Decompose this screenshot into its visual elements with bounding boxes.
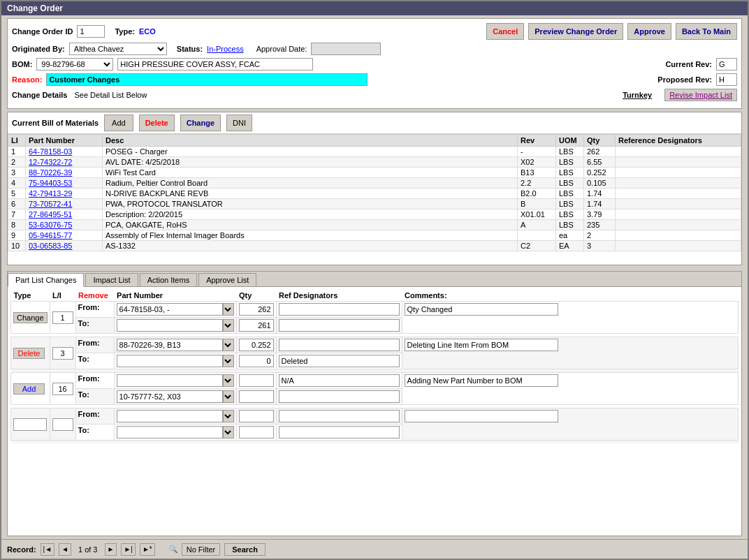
cell-ref	[616, 157, 741, 168]
ref-from-input-3[interactable]	[279, 410, 400, 422]
cell-uom: ea	[556, 230, 584, 241]
header-buttons: Cancel Preview Change Order Approve Back…	[486, 23, 737, 40]
cell-uom: LBS	[556, 209, 584, 220]
li-input-1[interactable]	[52, 347, 73, 360]
part-to-select-0[interactable]: ▼	[223, 319, 234, 332]
part-to-input-3[interactable]	[117, 426, 223, 439]
part-from-input-0[interactable]	[117, 303, 223, 316]
qty-to-input-1[interactable]	[239, 355, 274, 367]
ref-to-input-2[interactable]	[279, 390, 400, 403]
back-to-main-button[interactable]: Back To Main	[676, 23, 737, 40]
comment-input-1[interactable]	[405, 339, 558, 351]
part-from-select-2[interactable]: ▼	[223, 374, 234, 387]
cell-qty: 0.105	[584, 178, 616, 189]
bom-delete-button[interactable]: Delete	[139, 115, 175, 131]
nav-new-button[interactable]: ►*	[140, 543, 155, 556]
qty-to-input-3[interactable]	[239, 426, 274, 439]
bom-table-container[interactable]: LI Part Number Desc Rev UOM Qty Referenc…	[8, 134, 741, 265]
approval-date-input[interactable]	[311, 43, 381, 55]
bom-select[interactable]: 99-82796-68	[36, 58, 113, 71]
table-row: 10 03-06583-85 AS-1332 C2 EA 3	[8, 241, 741, 251]
pl-qty-from-cell	[236, 302, 276, 318]
bom-dni-button[interactable]: DNI	[226, 115, 252, 131]
nav-next-button[interactable]: ►	[105, 543, 117, 556]
qty-to-input-0[interactable]	[239, 319, 274, 332]
cell-qty: 0.252	[584, 168, 616, 178]
qty-to-input-2[interactable]	[239, 390, 274, 403]
tab-approve-list[interactable]: Approve List	[198, 273, 256, 286]
qty-from-input-2[interactable]	[239, 374, 274, 387]
part-from-input-3[interactable]	[117, 410, 223, 422]
tab-action-items[interactable]: Action Items	[140, 273, 198, 286]
li-input-0[interactable]	[52, 311, 73, 324]
qty-from-input-1[interactable]	[239, 339, 274, 351]
ref-from-input-1[interactable]	[279, 339, 400, 351]
comment-input-0[interactable]	[405, 303, 558, 316]
cell-uom: LBS	[556, 147, 584, 157]
change-details-value: See Detail List Below	[74, 91, 147, 99]
part-to-input-2[interactable]	[117, 390, 223, 403]
nav-last-button[interactable]: ►|	[121, 543, 136, 556]
current-rev-label: Current Rev:	[665, 60, 712, 68]
cell-uom: LBS	[556, 220, 584, 230]
approve-button[interactable]: Approve	[627, 23, 671, 40]
part-from-input-1[interactable]	[117, 339, 223, 351]
cell-ref	[616, 220, 741, 230]
ref-to-input-3[interactable]	[279, 426, 400, 439]
part-from-select-0[interactable]: ▼	[223, 303, 234, 316]
part-from-select-1[interactable]: ▼	[223, 339, 234, 351]
part-to-select-3[interactable]: ▼	[223, 426, 234, 439]
approval-date-label: Approval Date:	[256, 45, 307, 53]
window-title: Change Order	[7, 3, 63, 13]
nav-prev-button[interactable]: ◄	[59, 543, 71, 556]
pl-qty-from-cell	[236, 373, 276, 389]
ref-to-input-1[interactable]	[279, 355, 400, 367]
part-to-select-1[interactable]: ▼	[223, 355, 234, 367]
proposed-rev-label: Proposed Rev:	[657, 75, 712, 84]
qty-from-input-3[interactable]	[239, 410, 274, 422]
type-button-0[interactable]: Change	[13, 312, 48, 323]
part-to-input-1[interactable]	[117, 355, 223, 367]
cell-li: 1	[8, 147, 26, 157]
no-filter-button[interactable]: No Filter	[182, 543, 221, 556]
li-input-2[interactable]	[52, 383, 73, 395]
bottom-section: Part List Changes Impact List Action Ite…	[7, 271, 742, 536]
bom-add-button[interactable]: Add	[104, 115, 133, 131]
part-from-select-3[interactable]: ▼	[223, 410, 234, 422]
tab-part-list[interactable]: Part List Changes	[8, 273, 84, 287]
proposed-rev-input[interactable]	[716, 73, 737, 86]
comment-input-3[interactable]	[405, 410, 558, 422]
ref-to-input-0[interactable]	[279, 319, 400, 332]
reason-input[interactable]	[46, 73, 368, 86]
type-button-1[interactable]: Delete	[13, 348, 45, 359]
cancel-button[interactable]: Cancel	[486, 23, 524, 40]
ref-from-input-0[interactable]	[279, 303, 400, 316]
ref-from-input-2[interactable]	[279, 374, 400, 387]
nav-first-button[interactable]: |◄	[41, 543, 55, 556]
col-qty: Qty	[584, 135, 616, 147]
part-to-input-0[interactable]	[117, 319, 223, 332]
originated-by-select[interactable]: Althea Chavez	[69, 43, 167, 55]
cell-desc: Assembly of Flex Internal Imager Boards	[103, 230, 518, 241]
change-order-id-input[interactable]	[77, 25, 105, 38]
pl-col-li: L/I	[50, 290, 75, 302]
current-rev-input[interactable]	[716, 58, 737, 71]
comment-input-2[interactable]	[405, 374, 558, 387]
cell-rev: X02	[518, 157, 556, 168]
preview-button[interactable]: Preview Change Order	[528, 23, 623, 40]
table-row: 9 05-94615-77 Assembly of Flex Internal …	[8, 230, 741, 241]
bom-change-button[interactable]: Change	[180, 115, 221, 131]
type-input-3[interactable]	[13, 418, 47, 431]
revise-impact-button[interactable]: Revise Impact List	[664, 89, 737, 101]
bom-desc-input[interactable]	[117, 58, 313, 71]
table-row: 3 88-70226-39 WiFi Test Card B13 LBS 0.2…	[8, 168, 741, 178]
type-button-2[interactable]: Add	[13, 383, 45, 395]
part-to-select-2[interactable]: ▼	[223, 390, 234, 403]
tab-impact-list[interactable]: Impact List	[85, 273, 138, 286]
li-input-empty-3[interactable]	[52, 418, 73, 431]
part-from-input-2[interactable]	[117, 374, 223, 387]
qty-from-input-0[interactable]	[239, 303, 274, 316]
search-button[interactable]: Search	[224, 543, 266, 556]
cell-rev: B	[518, 199, 556, 209]
cell-desc: Description: 2/20/2015	[103, 209, 518, 220]
